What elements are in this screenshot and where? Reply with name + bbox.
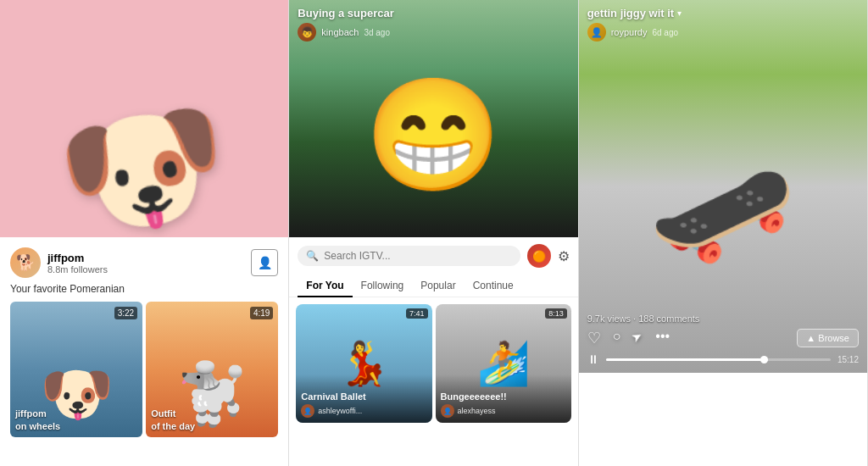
panel2-creator-name: kingbach — [321, 27, 359, 37]
dog-image: 🐶 — [59, 25, 229, 237]
panel-igtv: Buying a supercar 👦 kingbach 3d ago 😁 🔍 … — [289, 0, 578, 466]
igtv-user-avatar[interactable]: 🟠 — [527, 244, 551, 268]
search-icon: 🔍 — [306, 250, 319, 262]
panel3-views: 9.7k views — [587, 313, 631, 324]
mini-thumb2-creator-row: 👤 alexhayess — [441, 404, 566, 418]
video-grid: 🐶 3:22 jiffpomon wheels 🐩 4:19 Outfitof … — [10, 302, 278, 437]
dog-emoji: 🐶 — [49, 88, 240, 237]
panel3-video-emoji: 🛹 — [648, 142, 797, 282]
panel2-time-ago: 3d ago — [364, 28, 390, 37]
mini-thumb2-duration: 8:13 — [545, 308, 567, 319]
video1-duration: 3:22 — [114, 307, 137, 319]
search-box[interactable]: 🔍 — [298, 246, 520, 266]
thumbnails-row: 💃 7:41 Carnival Ballet 👤 ashleywoffi... … — [289, 297, 577, 430]
search-bar-row: 🔍 🟠 ⚙ — [289, 237, 577, 275]
video-thumb-1[interactable]: 🐶 3:22 jiffpomon wheels — [10, 302, 142, 437]
profile-username: jiffpom — [47, 252, 108, 264]
browse-label: ▲ Browse — [806, 333, 849, 343]
mini-thumb-1[interactable]: 💃 7:41 Carnival Ballet 👤 ashleywoffi... — [296, 304, 431, 423]
panel3-creator-row: 👤 roypurdy 6d ago — [587, 23, 859, 42]
profile-info: 🐕 jiffpom 8.8m followers — [10, 247, 108, 278]
panel3-actions-row: ♡ ○ ➤ ••• ▲ Browse — [587, 329, 859, 347]
tab-for-you[interactable]: For You — [298, 275, 352, 297]
panel3-comments: 188 comments — [638, 313, 699, 324]
panel2-video-header: Buying a supercar 👦 kingbach 3d ago — [289, 0, 577, 48]
follow-button[interactable]: 👤 — [251, 249, 278, 276]
mini-thumb1-creator-name: ashleywoffi... — [318, 407, 362, 415]
video2-duration: 4:19 — [250, 307, 273, 319]
comment-icon[interactable]: ○ — [613, 329, 621, 347]
video-duration: 15:12 — [837, 355, 859, 364]
panel2-video-emoji: 😁 — [364, 71, 502, 200]
panel3-creator-name: roypurdy — [611, 27, 648, 37]
mini-thumb1-title: Carnival Ballet — [301, 391, 426, 402]
profile-followers: 8.8m followers — [47, 264, 108, 275]
tab-continue[interactable]: Continue — [465, 275, 522, 297]
panel2-creator-row: 👦 kingbach 3d ago — [298, 23, 569, 42]
mini-thumb1-creator-row: 👤 ashleywoffi... — [301, 404, 426, 418]
mini-thumb1-info: Carnival Ballet 👤 ashleywoffi... — [296, 374, 431, 423]
mini-thumb2-creator-name: alexhayess — [458, 407, 496, 415]
panel3-creator-avatar: 👤 — [587, 23, 606, 42]
avatar: 🐕 — [10, 247, 41, 278]
profile-section: 🐕 jiffpom 8.8m followers 👤 Your favorite… — [0, 237, 288, 444]
pause-icon[interactable]: ⏸ — [587, 352, 599, 366]
panel3-left-actions: ♡ ○ ➤ ••• — [587, 329, 670, 347]
panel3-stats: 9.7k views · 188 comments — [587, 313, 859, 324]
mini-thumb1-duration: 7:41 — [406, 308, 428, 319]
browse-button[interactable]: ▲ Browse — [797, 329, 859, 347]
search-input[interactable] — [324, 250, 511, 262]
video1-title: jiffpomon wheels — [15, 408, 60, 432]
profile-text: jiffpom 8.8m followers — [47, 252, 108, 275]
panel3-video-header: gettin jiggy wit it ▾ 👤 roypurdy 6d ago — [579, 0, 867, 48]
chevron-down-icon: ▾ — [677, 8, 682, 18]
avatar-emoji: 🐕 — [16, 253, 35, 272]
mini-thumb2-creator-avatar: 👤 — [441, 404, 454, 418]
follow-icon: 👤 — [258, 256, 272, 269]
panel3-title-row: gettin jiggy wit it ▾ — [587, 7, 859, 19]
panel2-main-video[interactable]: Buying a supercar 👦 kingbach 3d ago 😁 — [289, 0, 577, 237]
progress-row: ⏸ 15:12 — [587, 352, 859, 366]
panel2-video-title: Buying a supercar — [298, 7, 569, 19]
panel3-main-video[interactable]: gettin jiggy wit it ▾ 👤 roypurdy 6d ago … — [579, 0, 867, 373]
video-progress-bar[interactable] — [606, 358, 831, 361]
mini-thumb-2[interactable]: 🏄 8:13 Bungeeeeeee!! 👤 alexhayess — [436, 304, 571, 423]
tabs-row: For You Following Popular Continue — [289, 275, 577, 297]
mini-thumb2-title: Bungeeeeeee!! — [441, 391, 566, 402]
panel1-hero-image: 🐶 — [0, 0, 288, 237]
mini-thumb2-info: Bungeeeeeee!! 👤 alexhayess — [436, 374, 571, 423]
panel3-video-title: gettin jiggy wit it — [587, 7, 675, 19]
panel3-time-ago: 6d ago — [652, 28, 678, 37]
video-thumb-2[interactable]: 🐩 4:19 Outfitof the day — [146, 302, 278, 437]
video2-title: Outfitof the day — [151, 408, 195, 432]
like-icon[interactable]: ♡ — [587, 329, 601, 347]
progress-handle[interactable] — [760, 356, 768, 363]
mini-thumb1-creator-avatar: 👤 — [301, 404, 314, 418]
panel3-bottom-bar: 9.7k views · 188 comments ♡ ○ ➤ ••• ▲ Br… — [579, 308, 867, 373]
more-options-icon[interactable]: ••• — [655, 329, 670, 347]
profile-row: 🐕 jiffpom 8.8m followers 👤 — [10, 247, 278, 278]
tab-popular[interactable]: Popular — [412, 275, 464, 297]
progress-fill — [606, 358, 768, 361]
settings-icon[interactable]: ⚙ — [558, 248, 570, 264]
panel2-creator-avatar: 👦 — [298, 23, 316, 42]
panel-jiffpom: 🐶 🐕 jiffpom 8.8m followers 👤 Your favori… — [0, 0, 289, 466]
tab-following[interactable]: Following — [353, 275, 413, 297]
share-icon[interactable]: ➤ — [629, 327, 648, 349]
panel-skateboard: gettin jiggy wit it ▾ 👤 roypurdy 6d ago … — [579, 0, 868, 466]
profile-bio: Your favorite Pomeranian — [10, 283, 278, 295]
